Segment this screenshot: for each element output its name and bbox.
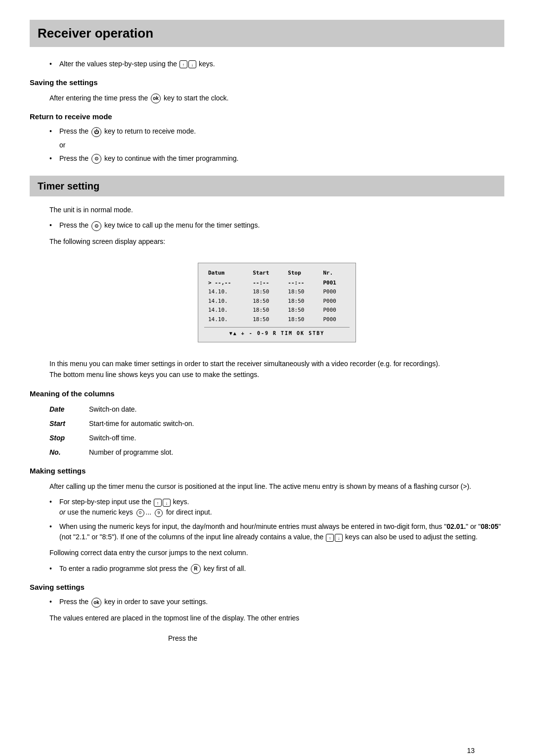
making-settings-content: After calling up the timer menu the curs… (30, 481, 504, 574)
screen-datum-3: 14.10. (204, 306, 249, 315)
timer-setting-content: The unit is in normal mode. Press the ⊙ … (30, 204, 504, 380)
step-up-key: ↑ (154, 499, 162, 507)
bottom-press-text-area: Press the (30, 633, 504, 644)
screen-datum-1: 14.10. (204, 287, 249, 297)
timer-setting-header: Timer setting (30, 176, 504, 196)
screen-nr-3: P000 (319, 306, 350, 315)
page-header: Receiver operation (30, 20, 504, 47)
screen-nr-2: P000 (319, 297, 350, 306)
screen-start-3: 18:50 (249, 306, 284, 315)
timer-bullet-list: Press the ⊙ key twice to call up the men… (49, 220, 504, 231)
or-note: or (59, 508, 65, 516)
saving-settings2-section: Saving settings Press the ok key in orde… (30, 582, 504, 623)
or-text: or (59, 140, 504, 150)
screen-row-4: 14.10. 18:50 18:50 P000 (204, 315, 350, 325)
screen-active-nr: P001 (319, 279, 350, 288)
step-keys-icon: ↑ ↓ (153, 499, 171, 507)
intro-section: Alter the values step-by-step using the … (30, 59, 504, 69)
screen-start-2: 18:50 (249, 297, 284, 306)
saving-settings2-title: Saving settings (30, 582, 504, 593)
making-settings-intro: After calling up the timer menu the curs… (49, 481, 504, 492)
screen-header-row: Datum Start Stop Nr. (204, 268, 350, 279)
up-key-icon: ↑ (179, 60, 187, 68)
saving-settings-section: Saving the settings After entering the t… (30, 77, 504, 103)
screen-col-nr: Nr. (319, 268, 350, 279)
timer-bullet-1: Press the ⊙ key twice to call up the men… (49, 220, 504, 231)
screen-display-text: The following screen display appears: (49, 236, 504, 247)
page-wrapper: Receiver operation Alter the values step… (30, 20, 504, 756)
meaning-start-desc: Start-time for automatic switch-on. (89, 419, 504, 429)
making-settings-title: Making settings (30, 466, 504, 477)
return-bullet-1: Press the ⏻ key to return to receive mod… (49, 126, 504, 137)
screen-display: Datum Start Stop Nr. > --,-- --:-- --:--… (198, 263, 356, 342)
ok-key-icon: ok (151, 94, 161, 103)
numeric-9-key: 9 (154, 509, 163, 517)
return-bullet-2: Press the ⊙ key to continue with the tim… (49, 153, 504, 164)
screen-row-3: 14.10. 18:50 18:50 P000 (204, 306, 350, 315)
radio-bullet: To enter a radio programme slot press th… (49, 564, 504, 574)
saving-settings-title: Saving the settings (30, 77, 504, 89)
screen-row-1: 14.10. 18:50 18:50 P000 (204, 287, 350, 297)
radio-key-icon: R (191, 564, 201, 574)
meaning-columns-section: Meaning of the columns Date Switch-on da… (30, 388, 504, 458)
meaning-start-row: Start Start-time for automatic switch-on… (49, 419, 504, 429)
return-mode-title: Return to receive mode (30, 111, 504, 123)
making-bullet-2: When using the numeric keys for input, t… (49, 521, 504, 542)
screen-active-row: > --,-- --:-- --:-- P001 (204, 279, 350, 288)
screen-table: Datum Start Stop Nr. > --,-- --:-- --:--… (204, 268, 350, 324)
saving-bullet-1: Press the ok key in order to save your s… (49, 597, 504, 607)
screen-col-datum: Datum (204, 268, 249, 279)
meaning-date-desc: Switch-on date. (89, 404, 504, 415)
meaning-stop-row: Stop Switch-off time. (49, 433, 504, 443)
meaning-columns-content: Date Switch-on date. Start Start-time fo… (30, 404, 504, 458)
screen-nr-4: P000 (319, 315, 350, 325)
screen-active-datum: > --,-- (204, 279, 249, 288)
meaning-date-row: Date Switch-on date. (49, 404, 504, 415)
cursor-jumps-text: Following correct data entry the cursor … (49, 547, 504, 558)
return-mode-content: Press the ⏻ key to return to receive mod… (30, 126, 504, 164)
screen-start-4: 18:50 (249, 315, 284, 325)
screen-stop-4: 18:50 (284, 315, 319, 325)
down-key-icon: ↓ (188, 60, 196, 68)
screen-nr-1: P000 (319, 287, 350, 297)
screen-active-start: --:-- (249, 279, 284, 288)
meaning-start-label: Start (49, 419, 89, 429)
intro-bullet-list: Alter the values step-by-step using the … (49, 59, 504, 69)
screen-display-wrapper: Datum Start Stop Nr. > --,-- --:-- --:--… (49, 255, 504, 350)
screen-active-stop: --:-- (284, 279, 319, 288)
making-settings-bullets: For step-by-step input use the ↑ ↓ keys.… (49, 497, 504, 542)
adjust-keys-icon: ↑ ↓ (325, 534, 343, 542)
screen-stop-2: 18:50 (284, 297, 319, 306)
timer-description: In this menu you can make timer settings… (49, 358, 504, 380)
adjust-up-key: ↑ (326, 534, 334, 542)
ok-save-key-icon: ok (91, 598, 101, 608)
page-title: Receiver operation (38, 24, 496, 43)
screen-stop-1: 18:50 (284, 287, 319, 297)
screen-datum-4: 14.10. (204, 315, 249, 325)
screen-col-stop: Stop (284, 268, 319, 279)
bottom-press-text: Press the (168, 634, 197, 642)
radio-bullet-list: To enter a radio programme slot press th… (49, 564, 504, 574)
timer-setting-title: Timer setting (38, 179, 496, 193)
meaning-no-desc: Number of programme slot. (89, 447, 504, 458)
screen-row-2: 14.10. 18:50 18:50 P000 (204, 297, 350, 306)
meaning-no-label: No. (49, 447, 89, 458)
page-number: 13 (467, 746, 475, 756)
screen-stop-3: 18:50 (284, 306, 319, 315)
intro-bullet-item: Alter the values step-by-step using the … (49, 59, 504, 69)
numeric-0-key: 0 (136, 509, 145, 517)
meaning-date-label: Date (49, 404, 89, 415)
step-down-key: ↓ (163, 499, 171, 507)
making-settings-section: Making settings After calling up the tim… (30, 466, 504, 574)
menu-key-icon: ⊙ (91, 154, 101, 164)
screen-col-start: Start (249, 268, 284, 279)
meaning-no-row: No. Number of programme slot. (49, 447, 504, 458)
screen-datum-2: 14.10. (204, 297, 249, 306)
timer-normal-mode-text: The unit is in normal mode. (49, 204, 504, 215)
saving-bullet-list: Press the ok key in order to save your s… (49, 597, 504, 607)
meaning-columns-title: Meaning of the columns (30, 388, 504, 400)
screen-start-1: 18:50 (249, 287, 284, 297)
power-key-icon: ⏻ (91, 127, 101, 137)
return-mode-section: Return to receive mode Press the ⏻ key t… (30, 111, 504, 164)
adjust-down-key: ↓ (335, 534, 343, 542)
